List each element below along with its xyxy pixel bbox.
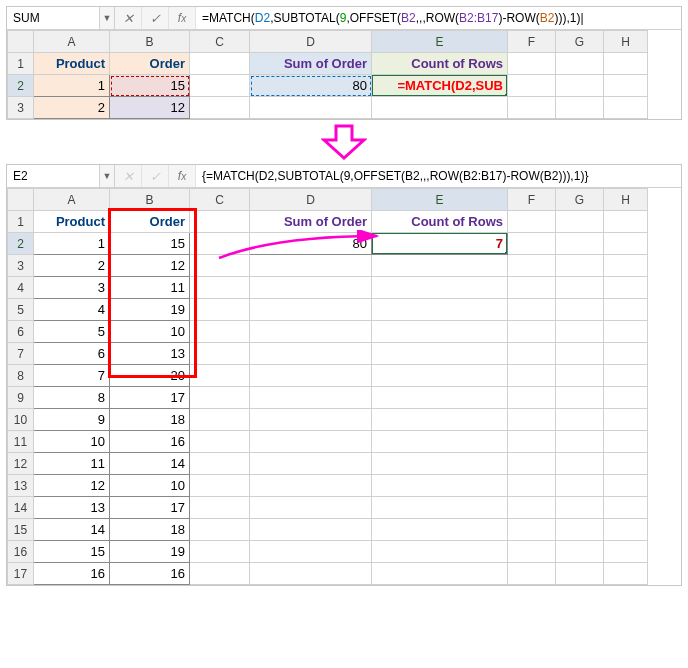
worksheet-grid-bottom[interactable]: A B C D E F G H 1 Product Order Sum of O… (7, 188, 648, 585)
col-header-G[interactable]: G (556, 189, 604, 211)
cell-B6[interactable]: 10 (110, 321, 190, 343)
cell[interactable] (556, 431, 604, 453)
cell[interactable] (372, 277, 508, 299)
cell-B17[interactable]: 16 (110, 563, 190, 585)
name-box[interactable]: E2 (7, 165, 100, 187)
cell[interactable] (556, 343, 604, 365)
cell[interactable] (604, 233, 648, 255)
cell-A4[interactable]: 3 (34, 277, 110, 299)
fx-icon[interactable]: fx (169, 7, 196, 29)
cell[interactable] (508, 365, 556, 387)
cell[interactable] (604, 343, 648, 365)
cell[interactable] (372, 431, 508, 453)
cell[interactable] (508, 321, 556, 343)
col-header-B[interactable]: B (110, 31, 190, 53)
cell-D1[interactable]: Sum of Order (250, 211, 372, 233)
cell[interactable] (508, 497, 556, 519)
col-header-D[interactable]: D (250, 31, 372, 53)
cell[interactable] (556, 277, 604, 299)
cell[interactable] (250, 519, 372, 541)
cell[interactable] (190, 387, 250, 409)
name-box-dropdown-icon[interactable]: ▼ (100, 7, 115, 29)
cell[interactable] (508, 541, 556, 563)
cell[interactable] (190, 541, 250, 563)
cell[interactable] (190, 431, 250, 453)
cell[interactable] (190, 75, 250, 97)
cell[interactable] (372, 343, 508, 365)
cell[interactable] (508, 233, 556, 255)
cell[interactable] (190, 343, 250, 365)
cell-B8[interactable]: 20 (110, 365, 190, 387)
cell-B11[interactable]: 16 (110, 431, 190, 453)
cell[interactable] (250, 277, 372, 299)
row-header[interactable]: 8 (8, 365, 34, 387)
cell[interactable] (372, 365, 508, 387)
row-header[interactable]: 1 (8, 53, 34, 75)
fx-icon[interactable]: fx (169, 165, 196, 187)
cell[interactable] (604, 409, 648, 431)
name-box-dropdown-icon[interactable]: ▼ (100, 165, 115, 187)
cell-B3[interactable]: 12 (110, 97, 190, 119)
col-header-C[interactable]: C (190, 31, 250, 53)
cell[interactable] (604, 431, 648, 453)
row-header[interactable]: 14 (8, 497, 34, 519)
col-header-D[interactable]: D (250, 189, 372, 211)
cell[interactable] (508, 563, 556, 585)
cell-B10[interactable]: 18 (110, 409, 190, 431)
select-all-corner[interactable] (8, 189, 34, 211)
cell-A11[interactable]: 10 (34, 431, 110, 453)
select-all-corner[interactable] (8, 31, 34, 53)
cell[interactable] (556, 211, 604, 233)
cell[interactable] (556, 321, 604, 343)
cell-A17[interactable]: 16 (34, 563, 110, 585)
cell[interactable] (508, 387, 556, 409)
cell[interactable] (372, 453, 508, 475)
cell[interactable] (508, 53, 556, 75)
col-header-A[interactable]: A (34, 31, 110, 53)
cell-B9[interactable]: 17 (110, 387, 190, 409)
cell[interactable] (190, 519, 250, 541)
cell[interactable] (556, 475, 604, 497)
cell-B7[interactable]: 13 (110, 343, 190, 365)
cell[interactable] (508, 75, 556, 97)
row-header[interactable]: 13 (8, 475, 34, 497)
cell[interactable] (508, 519, 556, 541)
cell-D2[interactable]: 80 (250, 233, 372, 255)
row-header[interactable]: 12 (8, 453, 34, 475)
cell[interactable] (604, 541, 648, 563)
cell[interactable] (604, 453, 648, 475)
cell[interactable] (250, 387, 372, 409)
cell-E1[interactable]: Count of Rows (372, 53, 508, 75)
cell[interactable] (508, 255, 556, 277)
name-box[interactable]: SUM (7, 7, 100, 29)
row-header[interactable]: 16 (8, 541, 34, 563)
cell[interactable] (604, 365, 648, 387)
cell[interactable] (190, 299, 250, 321)
cell-A10[interactable]: 9 (34, 409, 110, 431)
row-header[interactable]: 3 (8, 97, 34, 119)
cell-A2[interactable]: 1 (34, 75, 110, 97)
cell[interactable] (508, 277, 556, 299)
cell[interactable] (556, 97, 604, 119)
cell[interactable] (556, 365, 604, 387)
cell[interactable] (250, 343, 372, 365)
cell[interactable] (190, 255, 250, 277)
row-header[interactable]: 7 (8, 343, 34, 365)
cell-A6[interactable]: 5 (34, 321, 110, 343)
cell[interactable] (604, 97, 648, 119)
cell-B1[interactable]: Order (110, 211, 190, 233)
cell-B12[interactable]: 14 (110, 453, 190, 475)
col-header-E[interactable]: E (372, 189, 508, 211)
cell-A9[interactable]: 8 (34, 387, 110, 409)
cell[interactable] (190, 233, 250, 255)
cell[interactable] (190, 475, 250, 497)
cell-B5[interactable]: 19 (110, 299, 190, 321)
cell-B2[interactable]: 15 (110, 233, 190, 255)
cell[interactable] (604, 563, 648, 585)
row-header[interactable]: 5 (8, 299, 34, 321)
cell[interactable] (372, 299, 508, 321)
cell-D2[interactable]: 80 (250, 75, 372, 97)
cell[interactable] (604, 497, 648, 519)
cell-A15[interactable]: 14 (34, 519, 110, 541)
cell-B2[interactable]: 15 (110, 75, 190, 97)
